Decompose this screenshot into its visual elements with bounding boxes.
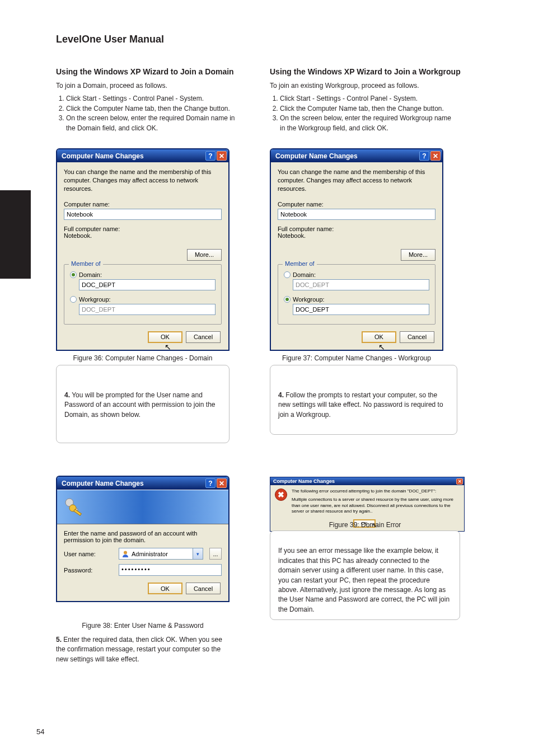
step-a2: Click the Computer Name tab, then the Ch… [66, 104, 235, 114]
titlebar[interactable]: Computer Name Changes ? ✕ [271, 149, 442, 162]
step-a1: Click Start - Settings - Control Panel -… [66, 94, 235, 104]
step-b3: On the screen below, enter the required … [280, 114, 455, 133]
domain-radio[interactable] [284, 271, 291, 278]
help-icon[interactable]: ? [419, 151, 429, 161]
full-name-value: Notebook. [64, 232, 222, 239]
ok-button[interactable]: OK [148, 583, 182, 594]
member-of-legend: Member of [283, 260, 317, 267]
help-icon[interactable]: ? [205, 478, 216, 488]
side-tab [0, 190, 31, 279]
user-name-value: Administrator [132, 551, 168, 557]
close-icon[interactable]: ✕ [217, 151, 227, 161]
figure-c-caption: Figure 38: Enter User Name & Password [82, 622, 203, 630]
full-name-label: Full computer name: [64, 226, 222, 232]
more-button[interactable]: More... [187, 249, 222, 261]
user-name-input[interactable]: Administrator [119, 548, 193, 560]
dlg-computer-name-workgroup: Computer Name Changes ? ✕ You can change… [270, 148, 443, 351]
member-of-group: Member of Domain: Workgroup: [64, 264, 222, 325]
page-header: LevelOne User Manual [56, 34, 164, 45]
full-name-value: Notebook. [278, 232, 435, 239]
figure-a-caption: Figure 36: Computer Name Changes - Domai… [73, 354, 213, 362]
cancel-button[interactable]: Cancel [186, 583, 221, 594]
domain-input [293, 279, 429, 290]
workgroup-label: Workgroup: [79, 296, 111, 303]
step-c-num: 5. [56, 636, 62, 644]
note-b-text: Follow the prompts to restart your compu… [278, 391, 443, 419]
workgroup-input[interactable] [293, 304, 429, 315]
step-b2: Click the Computer Name tab, then the Ch… [280, 104, 455, 114]
page-number: 54 [36, 727, 44, 736]
workgroup-input [79, 304, 216, 315]
domain-label: Domain: [79, 271, 102, 278]
error-note-text: If you see an error message like the exa… [278, 547, 449, 613]
dlg-title: Computer Name Changes [273, 478, 335, 484]
cancel-button[interactable]: Cancel [400, 331, 434, 343]
step-a3: On the screen below, enter the required … [66, 114, 235, 133]
section-b-title: Using the Windows XP Wizard to Join a Wo… [270, 67, 461, 76]
note-box-error: If you see an error message like the exa… [270, 530, 460, 620]
note-a-text: You will be prompted for the User name a… [64, 391, 215, 419]
dlg-credentials: Computer Name Changes ? ✕ Enter the name… [56, 476, 229, 602]
computer-name-input[interactable] [278, 209, 435, 220]
full-name-label: Full computer name: [278, 226, 435, 232]
dlg-title: Computer Name Changes [275, 152, 358, 160]
svg-point-4 [124, 551, 127, 554]
keys-icon [63, 496, 85, 518]
member-of-group: Member of Domain: Workgroup: [278, 264, 435, 325]
figure-d-caption: Figure 39: Domain Error [329, 521, 401, 529]
domain-input[interactable] [79, 279, 216, 290]
figure-b-caption: Figure 37: Computer Name Changes - Workg… [282, 354, 431, 362]
credentials-banner [57, 490, 228, 524]
dlg-description: You can change the name and the membersh… [278, 168, 435, 193]
password-label: Password: [64, 567, 114, 574]
dropdown-icon[interactable]: ▾ [193, 548, 203, 560]
workgroup-radio[interactable] [284, 296, 291, 303]
dlg-computer-name-domain: Computer Name Changes ? ✕ You can change… [56, 148, 229, 351]
titlebar[interactable]: Computer Name Changes ? ✕ [57, 149, 228, 162]
cancel-button[interactable]: Cancel [186, 331, 221, 343]
domain-radio[interactable] [70, 271, 77, 278]
computer-name-input[interactable] [64, 209, 222, 220]
more-button[interactable]: More... [401, 249, 435, 261]
section-a-intro: To join a Domain, proceed as follows. [56, 82, 167, 90]
dlg-description: You can change the name and the membersh… [64, 168, 222, 193]
step-c-text: Enter the required data, then click OK. … [56, 636, 222, 663]
close-icon[interactable]: ✕ [456, 478, 463, 485]
dlg-title: Computer Name Changes [62, 480, 144, 487]
error-line2: Multiple connections to a server or shar… [292, 497, 460, 515]
ok-button[interactable]: OK [148, 331, 182, 343]
user-icon [121, 550, 129, 558]
step-b1: Click Start - Settings - Control Panel -… [280, 94, 455, 104]
workgroup-label: Workgroup: [293, 296, 325, 303]
close-icon[interactable]: ✕ [430, 151, 441, 161]
workgroup-radio[interactable] [70, 296, 77, 303]
titlebar[interactable]: Computer Name Changes ✕ [270, 477, 464, 485]
section-a-title: Using the Windows XP Wizard to Join a Do… [56, 67, 234, 76]
note-box-a: 4. You will be prompted for the User nam… [56, 365, 229, 443]
error-line1: The following error occurred attempting … [292, 489, 460, 495]
error-icon: ✖ [275, 489, 287, 501]
note-box-b: 4. Follow the prompts to restart your co… [270, 365, 457, 435]
member-of-legend: Member of [69, 260, 103, 267]
note-a-num: 4. [64, 391, 70, 399]
computer-name-label: Computer name: [278, 201, 435, 208]
dlg-title: Computer Name Changes [62, 152, 144, 160]
computer-name-label: Computer name: [64, 201, 222, 208]
browse-button[interactable]: ... [209, 548, 222, 560]
password-input[interactable]: ••••••••• [119, 564, 222, 576]
section-b-intro: To join an existing Workgroup, proceed a… [270, 82, 419, 90]
titlebar[interactable]: Computer Name Changes ? ✕ [57, 477, 228, 490]
help-icon[interactable]: ? [205, 151, 216, 161]
ok-button[interactable]: OK [362, 331, 396, 343]
credentials-prompt: Enter the name and password of an accoun… [64, 530, 222, 543]
user-name-label: User name: [64, 551, 114, 557]
domain-label: Domain: [293, 271, 316, 278]
close-icon[interactable]: ✕ [217, 478, 227, 488]
note-b-num: 4. [278, 391, 284, 399]
